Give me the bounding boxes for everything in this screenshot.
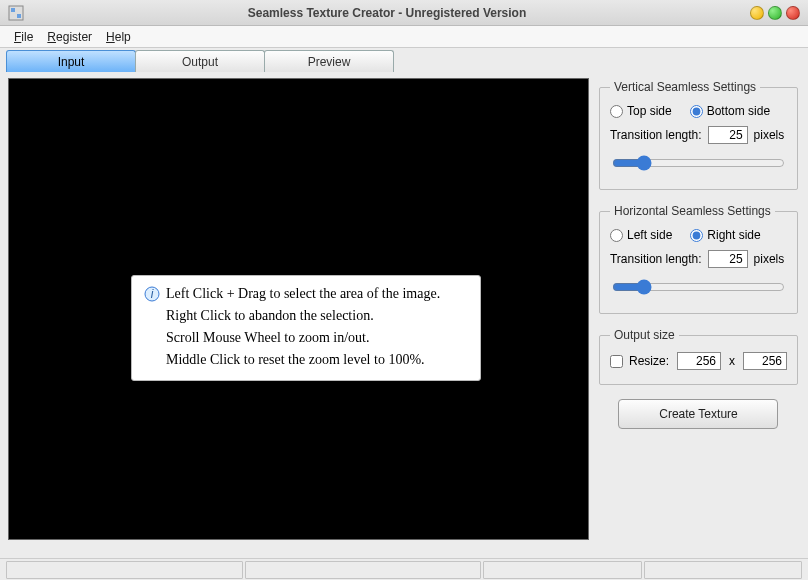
svg-rect-1 bbox=[11, 8, 15, 12]
vertical-legend: Vertical Seamless Settings bbox=[610, 80, 760, 94]
horizontal-seamless-group: Horizontal Seamless Settings Left side R… bbox=[599, 204, 798, 314]
window-title: Seamless Texture Creator - Unregistered … bbox=[24, 6, 750, 20]
menu-bar: File Register Help bbox=[0, 26, 808, 48]
status-bar bbox=[0, 558, 808, 580]
create-texture-button[interactable]: Create Texture bbox=[618, 399, 778, 429]
hint-line-3: Scroll Mouse Wheel to zoom in/out. bbox=[166, 330, 370, 346]
resize-checkbox[interactable]: Resize: bbox=[610, 354, 669, 368]
horizontal-legend: Horizontal Seamless Settings bbox=[610, 204, 775, 218]
vertical-transition-slider[interactable] bbox=[612, 154, 785, 172]
output-legend: Output size bbox=[610, 328, 679, 342]
resize-height-input[interactable] bbox=[743, 352, 787, 370]
radio-left-side[interactable]: Left side bbox=[610, 228, 672, 242]
app-icon bbox=[8, 5, 24, 21]
svg-text:i: i bbox=[151, 287, 154, 301]
tab-input[interactable]: Input bbox=[6, 50, 136, 72]
status-cell-2 bbox=[245, 561, 482, 579]
image-preview-area[interactable]: i Left Click + Drag to select the area o… bbox=[8, 78, 589, 540]
title-bar: Seamless Texture Creator - Unregistered … bbox=[0, 0, 808, 26]
status-cell-3 bbox=[483, 561, 641, 579]
horizontal-transition-input[interactable] bbox=[708, 250, 748, 268]
radio-right-side[interactable]: Right side bbox=[690, 228, 760, 242]
horizontal-transition-unit: pixels bbox=[754, 252, 785, 266]
close-button[interactable] bbox=[786, 6, 800, 20]
radio-bottom-side[interactable]: Bottom side bbox=[690, 104, 770, 118]
minimize-button[interactable] bbox=[750, 6, 764, 20]
hint-line-2: Right Click to abandon the selection. bbox=[166, 308, 374, 324]
hint-line-4: Middle Click to reset the zoom level to … bbox=[166, 352, 425, 368]
menu-file[interactable]: File bbox=[14, 30, 33, 44]
vertical-transition-input[interactable] bbox=[708, 126, 748, 144]
settings-panel: Vertical Seamless Settings Top side Bott… bbox=[589, 72, 808, 558]
window-controls bbox=[750, 6, 800, 20]
vertical-transition-label: Transition length: bbox=[610, 128, 702, 142]
horizontal-transition-slider[interactable] bbox=[612, 278, 785, 296]
output-size-group: Output size Resize: x bbox=[599, 328, 798, 385]
tab-output[interactable]: Output bbox=[135, 50, 265, 72]
horizontal-transition-label: Transition length: bbox=[610, 252, 702, 266]
menu-help[interactable]: Help bbox=[106, 30, 131, 44]
hint-tooltip: i Left Click + Drag to select the area o… bbox=[131, 275, 481, 381]
radio-top-side[interactable]: Top side bbox=[610, 104, 672, 118]
resize-x-label: x bbox=[729, 354, 735, 368]
vertical-seamless-group: Vertical Seamless Settings Top side Bott… bbox=[599, 80, 798, 190]
tab-strip: Input Output Preview bbox=[0, 48, 808, 72]
maximize-button[interactable] bbox=[768, 6, 782, 20]
status-cell-4 bbox=[644, 561, 802, 579]
tab-preview[interactable]: Preview bbox=[264, 50, 394, 72]
svg-rect-2 bbox=[17, 14, 21, 18]
info-icon: i bbox=[144, 286, 160, 302]
vertical-transition-unit: pixels bbox=[754, 128, 785, 142]
hint-line-1: Left Click + Drag to select the area of … bbox=[166, 286, 440, 302]
status-cell-1 bbox=[6, 561, 243, 579]
resize-width-input[interactable] bbox=[677, 352, 721, 370]
menu-register[interactable]: Register bbox=[47, 30, 92, 44]
